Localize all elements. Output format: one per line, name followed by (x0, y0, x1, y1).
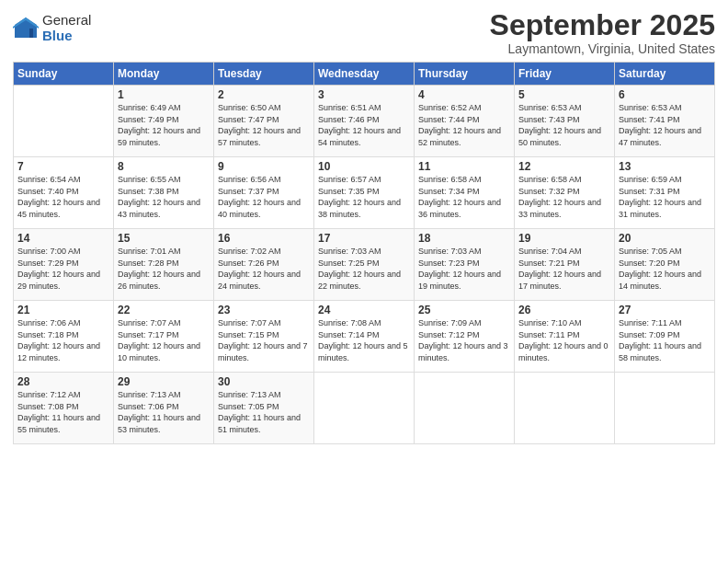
day-info: Sunrise: 7:08 AM Sunset: 7:14 PM Dayligh… (318, 317, 410, 363)
day-cell: 10Sunrise: 6:57 AM Sunset: 7:35 PM Dayli… (314, 157, 415, 229)
day-cell: 3Sunrise: 6:51 AM Sunset: 7:46 PM Daylig… (314, 86, 415, 157)
day-info: Sunrise: 7:03 AM Sunset: 7:23 PM Dayligh… (418, 246, 510, 292)
header-sunday: Sunday (14, 63, 114, 86)
day-info: Sunrise: 7:13 AM Sunset: 7:06 PM Dayligh… (118, 389, 210, 435)
day-cell (615, 373, 715, 444)
day-number: 20 (619, 232, 711, 245)
week-row-1: 1Sunrise: 6:49 AM Sunset: 7:49 PM Daylig… (14, 86, 715, 157)
day-info: Sunrise: 7:05 AM Sunset: 7:20 PM Dayligh… (619, 246, 711, 292)
day-cell: 21Sunrise: 7:06 AM Sunset: 7:18 PM Dayli… (14, 301, 114, 373)
day-number: 27 (619, 304, 711, 316)
day-cell: 6Sunrise: 6:53 AM Sunset: 7:41 PM Daylig… (615, 86, 715, 157)
logo: General Blue (13, 13, 91, 43)
header-friday: Friday (515, 63, 615, 86)
svg-marker-2 (29, 29, 33, 38)
day-info: Sunrise: 6:50 AM Sunset: 7:47 PM Dayligh… (218, 102, 310, 148)
day-cell: 15Sunrise: 7:01 AM Sunset: 7:28 PM Dayli… (114, 229, 214, 301)
day-info: Sunrise: 7:11 AM Sunset: 7:09 PM Dayligh… (619, 317, 711, 363)
day-number: 18 (418, 232, 510, 245)
day-number: 22 (118, 304, 210, 316)
day-number: 10 (318, 160, 410, 173)
day-number: 16 (218, 232, 310, 245)
day-info: Sunrise: 7:00 AM Sunset: 7:29 PM Dayligh… (17, 246, 109, 292)
day-cell: 18Sunrise: 7:03 AM Sunset: 7:23 PM Dayli… (415, 229, 515, 301)
day-info: Sunrise: 7:02 AM Sunset: 7:26 PM Dayligh… (218, 246, 310, 292)
day-cell: 26Sunrise: 7:10 AM Sunset: 7:11 PM Dayli… (515, 301, 615, 373)
day-number: 1 (118, 88, 210, 101)
day-cell: 17Sunrise: 7:03 AM Sunset: 7:25 PM Dayli… (314, 229, 415, 301)
day-info: Sunrise: 7:01 AM Sunset: 7:28 PM Dayligh… (118, 246, 210, 292)
logo-general-text: General (42, 13, 91, 29)
day-number: 28 (17, 375, 109, 388)
day-number: 21 (17, 304, 109, 316)
day-info: Sunrise: 7:12 AM Sunset: 7:08 PM Dayligh… (17, 389, 109, 435)
day-cell (515, 373, 615, 444)
day-info: Sunrise: 6:57 AM Sunset: 7:35 PM Dayligh… (318, 174, 410, 220)
title-area: September 2025 Laymantown, Virginia, Uni… (490, 9, 715, 56)
day-info: Sunrise: 6:58 AM Sunset: 7:34 PM Dayligh… (418, 174, 510, 220)
day-cell: 12Sunrise: 6:58 AM Sunset: 7:32 PM Dayli… (515, 157, 615, 229)
day-number: 8 (118, 160, 210, 173)
logo-text: General Blue (42, 13, 91, 43)
day-info: Sunrise: 7:09 AM Sunset: 7:12 PM Dayligh… (418, 317, 510, 363)
day-cell: 23Sunrise: 7:07 AM Sunset: 7:15 PM Dayli… (214, 301, 314, 373)
header-thursday: Thursday (415, 63, 515, 86)
svg-marker-0 (15, 17, 37, 38)
day-cell (14, 86, 114, 157)
day-number: 14 (17, 232, 109, 245)
day-cell: 4Sunrise: 6:52 AM Sunset: 7:44 PM Daylig… (415, 86, 515, 157)
day-info: Sunrise: 6:58 AM Sunset: 7:32 PM Dayligh… (518, 174, 610, 220)
day-cell: 20Sunrise: 7:05 AM Sunset: 7:20 PM Dayli… (615, 229, 715, 301)
day-info: Sunrise: 6:49 AM Sunset: 7:49 PM Dayligh… (118, 102, 210, 148)
day-info: Sunrise: 7:10 AM Sunset: 7:11 PM Dayligh… (518, 317, 610, 363)
header-wednesday: Wednesday (314, 63, 415, 86)
day-number: 11 (418, 160, 510, 173)
location: Laymantown, Virginia, United States (490, 41, 715, 56)
day-cell: 16Sunrise: 7:02 AM Sunset: 7:26 PM Dayli… (214, 229, 314, 301)
week-row-5: 28Sunrise: 7:12 AM Sunset: 7:08 PM Dayli… (14, 373, 715, 444)
day-number: 12 (518, 160, 610, 173)
day-cell: 9Sunrise: 6:56 AM Sunset: 7:37 PM Daylig… (214, 157, 314, 229)
header-saturday: Saturday (615, 63, 715, 86)
day-number: 9 (218, 160, 310, 173)
day-info: Sunrise: 7:07 AM Sunset: 7:17 PM Dayligh… (118, 317, 210, 363)
day-info: Sunrise: 6:51 AM Sunset: 7:46 PM Dayligh… (318, 102, 410, 148)
day-info: Sunrise: 6:52 AM Sunset: 7:44 PM Dayligh… (418, 102, 510, 148)
header: General Blue September 2025 Laymantown, … (13, 9, 715, 56)
day-number: 3 (318, 88, 410, 101)
logo-icon (13, 16, 39, 41)
header-monday: Monday (114, 63, 214, 86)
day-cell (314, 373, 415, 444)
logo-blue-text: Blue (42, 29, 91, 44)
day-cell (415, 373, 515, 444)
day-info: Sunrise: 6:55 AM Sunset: 7:38 PM Dayligh… (118, 174, 210, 220)
day-info: Sunrise: 6:59 AM Sunset: 7:31 PM Dayligh… (619, 174, 711, 220)
day-cell: 8Sunrise: 6:55 AM Sunset: 7:38 PM Daylig… (114, 157, 214, 229)
day-number: 19 (518, 232, 610, 245)
day-number: 30 (218, 375, 310, 388)
day-cell: 24Sunrise: 7:08 AM Sunset: 7:14 PM Dayli… (314, 301, 415, 373)
week-row-4: 21Sunrise: 7:06 AM Sunset: 7:18 PM Dayli… (14, 301, 715, 373)
day-info: Sunrise: 7:13 AM Sunset: 7:05 PM Dayligh… (218, 389, 310, 435)
day-cell: 28Sunrise: 7:12 AM Sunset: 7:08 PM Dayli… (14, 373, 114, 444)
day-cell: 2Sunrise: 6:50 AM Sunset: 7:47 PM Daylig… (214, 86, 314, 157)
day-cell: 5Sunrise: 6:53 AM Sunset: 7:43 PM Daylig… (515, 86, 615, 157)
day-cell: 29Sunrise: 7:13 AM Sunset: 7:06 PM Dayli… (114, 373, 214, 444)
day-cell: 30Sunrise: 7:13 AM Sunset: 7:05 PM Dayli… (214, 373, 314, 444)
week-row-3: 14Sunrise: 7:00 AM Sunset: 7:29 PM Dayli… (14, 229, 715, 301)
day-number: 2 (218, 88, 310, 101)
day-cell: 22Sunrise: 7:07 AM Sunset: 7:17 PM Dayli… (114, 301, 214, 373)
day-cell: 11Sunrise: 6:58 AM Sunset: 7:34 PM Dayli… (415, 157, 515, 229)
day-cell: 25Sunrise: 7:09 AM Sunset: 7:12 PM Dayli… (415, 301, 515, 373)
day-number: 26 (518, 304, 610, 316)
weekday-header-row: Sunday Monday Tuesday Wednesday Thursday… (14, 63, 715, 86)
day-number: 6 (619, 88, 711, 101)
day-number: 25 (418, 304, 510, 316)
day-info: Sunrise: 7:06 AM Sunset: 7:18 PM Dayligh… (17, 317, 109, 363)
month-title: September 2025 (490, 9, 715, 41)
calendar-table: Sunday Monday Tuesday Wednesday Thursday… (13, 62, 715, 444)
day-cell: 27Sunrise: 7:11 AM Sunset: 7:09 PM Dayli… (615, 301, 715, 373)
day-info: Sunrise: 7:07 AM Sunset: 7:15 PM Dayligh… (218, 317, 310, 363)
day-cell: 14Sunrise: 7:00 AM Sunset: 7:29 PM Dayli… (14, 229, 114, 301)
day-number: 13 (619, 160, 711, 173)
